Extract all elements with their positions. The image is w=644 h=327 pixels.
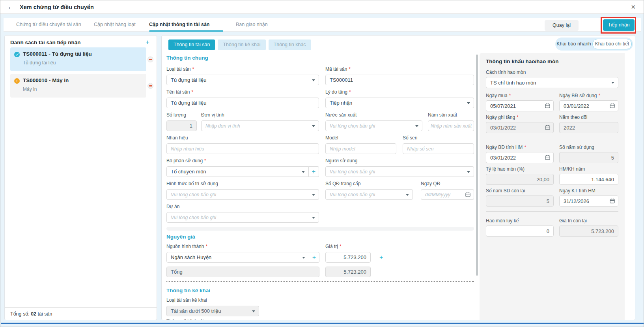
hinh-thuc-bo-tri-select[interactable]: Vui lòng chọn bản ghi [166,189,319,200]
chevron-down-icon [312,217,315,219]
don-vi-tinh-select[interactable]: Nhập đơn vị tính [201,120,319,131]
chevron-down-icon [312,79,315,81]
hm-kh-nam-input[interactable]: 1.144.640 [559,174,618,185]
declare-mode-toggle: Khai báo nhanh Khai báo chi tiết [555,38,633,51]
add-gia-tri-icon[interactable]: + [379,252,383,263]
so-qd-trang-cap-select[interactable]: Vui lòng chọn bản ghi [325,189,413,200]
calendar-icon[interactable] [545,155,550,161]
tab-ban-giao-nhan[interactable]: Ban giao nhận [236,18,268,32]
back-button[interactable]: Quay lại [545,20,579,31]
asset-list-item[interactable]: ! TS000010 - Máy in Máy in [10,74,146,98]
asset-list-item[interactable]: TS000011 - Tủ đựng tài liệu Tủ đựng tài … [10,47,146,71]
asset-list-title: Danh sách tài sản tiếp nhận [10,39,81,45]
hao-mon-luy-ke-input[interactable]: 0 [486,226,554,237]
chevron-down-icon [252,310,255,312]
nhan-hieu-input[interactable]: Nhập nhãn hiệu [166,143,319,154]
calendar-icon[interactable] [545,103,550,109]
ten-tai-san-input[interactable]: Tủ đựng tài liệu [166,98,319,108]
nam-san-xuat-input[interactable]: Nhập năm sản xuất [428,120,474,131]
calendar-icon [545,125,550,131]
nguon-hinh-thanh-select[interactable]: Ngân sách Huyện [166,252,309,263]
dotted-divider [166,281,474,282]
section-thong-tin-chung: Thông tin chung [166,55,474,61]
asset-subtitle: Máy in [23,86,37,92]
so-nam-sd-con-lai-input: 5 [486,195,554,207]
asset-form: Thông tin chung Loại tài sản* Tủ đựng tà… [166,53,474,320]
field-so-luong: Số lượng 1 [166,112,197,131]
pill-tab-thong-tin-tai-san[interactable]: Thông tin tài sản [168,39,215,50]
field-don-vi-tinh: Đơn vị tính Nhập đơn vị tính [201,112,319,131]
tong-label-input: Tổng [166,267,319,277]
add-nguon-icon[interactable]: + [309,252,319,263]
field-model: Model Nhập model [325,135,396,154]
horizontal-scrollbar[interactable] [166,227,474,231]
ngay-bd-su-dung-date-input[interactable]: 03/01/2022 [559,100,618,111]
declare-detail-option[interactable]: Khai báo chi tiết [592,39,632,49]
pill-tab-thong-tin-ke-khai[interactable]: Thông tin kê khai [218,39,265,50]
field-hm-kh-nam: HM/KH năm 1.144.640 [559,166,618,185]
loai-tai-san-select[interactable]: Tủ đựng tài liệu [166,75,319,85]
add-gia-tri: + [371,244,383,263]
add-asset-icon[interactable]: + [146,38,149,46]
asset-title: TS000010 - Máy in [23,77,69,83]
so-luong-input: 1 [166,120,197,131]
tab-cap-nhat-thong-tin[interactable]: Cập nhật thông tin tài sản [149,18,209,32]
tab-bar: Chứng từ điều chuyển tài sản Cập nhật hà… [4,18,641,32]
vertical-scrollbar[interactable] [476,54,478,276]
ly-do-tang-select[interactable]: Tiếp nhận [325,98,474,108]
field-thong-so-ky-thuat: Thông số kỹ thuật [166,319,401,320]
field-so-seri: Số seri Nhập số seri [403,135,474,154]
ngay-qd-date-input[interactable]: dd/MM/yyyy [421,189,474,200]
chevron-down-icon [312,194,315,196]
bo-phan-su-dung-select[interactable]: Tổ chuyên môn [166,166,309,177]
gia-tri-input[interactable]: 5.723.200 [325,252,371,263]
calendar-icon[interactable] [465,192,470,198]
field-ngay-qd: Ngày QĐ dd/MM/yyyy [421,181,474,200]
calendar-icon[interactable] [610,103,615,109]
field-ly-do-tang: Lý do tăng* Tiếp nhận [325,89,474,108]
field-nhan-hieu: Nhãn hiệu Nhập nhãn hiệu [166,135,319,154]
field-nam-san-xuat: Năm sản xuất Nhập năm sản xuất [428,112,474,131]
remove-asset-icon[interactable] [147,83,153,89]
remove-asset-icon[interactable] [147,56,153,62]
tab-cap-nhat-hang-loat[interactable]: Cập nhật hàng loạt [94,18,136,32]
page-title: Xem chứng từ điều chuyển [20,4,94,10]
field-so-nam-sd-con-lai: Số năm SD còn lại 5 [486,188,554,207]
chevron-down-icon [406,194,409,196]
bottom-scrollbar[interactable] [1,323,644,324]
field-hinh-thuc-bo-tri: Hình thức bố trí sử dụng Vui lòng chọn b… [166,181,319,200]
add-bo-phan-icon[interactable]: + [309,166,319,177]
nuoc-san-xuat-select[interactable]: Vui lòng chọn bản ghi [325,120,422,131]
title-bar: ← Xem chứng từ điều chuyển ✕ [0,0,644,14]
field-ngay-kt-tinh-hm: Ngày KT tính HM 31/12/2026 [559,188,618,207]
ma-tai-san-input[interactable]: TS000011 [325,75,474,85]
calendar-icon[interactable] [610,198,615,205]
ngay-mua-date-input[interactable]: 05/07/2021 [486,100,554,111]
declare-quick-option[interactable]: Khai báo nhanh [555,38,592,51]
so-seri-input[interactable]: Nhập số seri [403,143,474,154]
chevron-down-icon [467,102,470,104]
tab-chung-tu[interactable]: Chứng từ điều chuyển tài sản [16,18,81,32]
nam-theo-doi-input: 2022 [559,122,618,133]
nguoi-su-dung-select[interactable]: Vui lòng chọn bản ghi [325,166,474,177]
asset-title: TS000011 - Tủ đựng tài liệu [23,51,92,57]
field-gia-tri: Giá trị* 5.723.200 [325,244,371,263]
section-nguyen-gia: Nguyên giá [166,234,474,240]
tong-value-input: 5.723.200 [325,267,371,277]
field-ngay-bd-tinh-hm: Ngày BĐ tính HM* 03/01/2022 [486,145,554,163]
cach-tinh-hao-mon-select[interactable]: TS chỉ tính hao mòn [486,77,618,88]
field-du-an: Dự án Vui lòng chọn bản ghi [166,204,319,223]
model-input[interactable]: Nhập model [325,143,396,154]
asset-subtitle: Tủ đựng tài liệu [23,60,56,66]
field-ngay-mua: Ngày mua* 05/07/2021 [486,93,554,111]
close-icon[interactable]: ✕ [631,4,636,11]
back-arrow-icon[interactable]: ← [7,3,14,11]
section-thong-tin-ke-khai: Thông tin kê khai [166,288,474,293]
asset-list-panel: Danh sách tài sản tiếp nhận + TS000011 -… [4,35,157,320]
chevron-down-icon [415,125,418,127]
ngay-bd-tinh-hm-date-input[interactable]: 03/01/2022 [486,152,554,163]
ngay-kt-tinh-hm-date-input[interactable]: 31/12/2026 [559,195,618,207]
pill-tab-thong-tin-khac[interactable]: Thông tin khác [269,39,311,50]
field-nguon-hinh-thanh: Nguồn hình thành* Ngân sách Huyện + [166,244,319,263]
du-an-select[interactable]: Vui lòng chọn bản ghi [166,212,319,223]
